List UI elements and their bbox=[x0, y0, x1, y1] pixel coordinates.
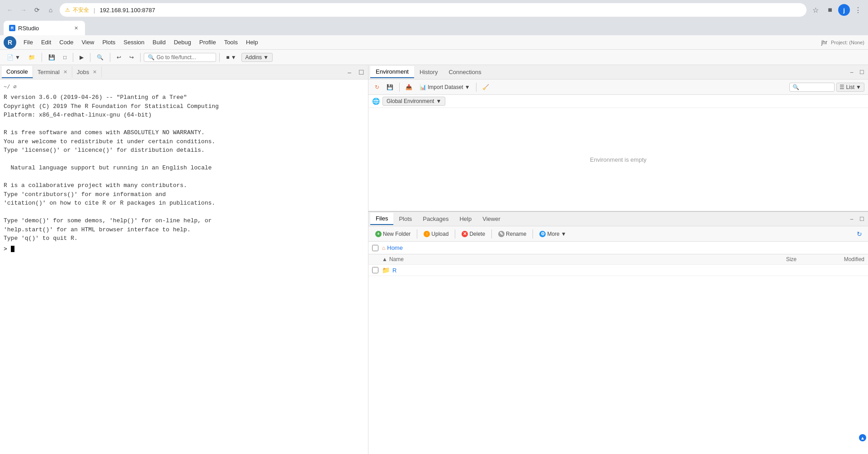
plots-tab[interactable]: Plots bbox=[393, 213, 417, 225]
menu-debug[interactable]: Debug bbox=[170, 37, 194, 47]
delete-icon: ✕ bbox=[462, 231, 468, 237]
env-refresh-btn[interactable]: ↻ bbox=[372, 83, 382, 91]
files-tab[interactable]: Files bbox=[370, 213, 393, 225]
browser-toolbar: ← → ⟳ ⌂ ⚠ 不安全 | 192.168.91.100:8787 ☆ ■ … bbox=[0, 0, 868, 20]
env-maximize-btn[interactable]: ☐ bbox=[857, 68, 866, 77]
files-sep-4 bbox=[533, 229, 533, 239]
env-save-btn[interactable]: 💾 bbox=[384, 83, 396, 91]
toolbar-sep-5 bbox=[140, 53, 141, 62]
console-area[interactable]: ~/ ∅ R version 3.6.0 (2019-04-26) -- "Pl… bbox=[0, 80, 368, 454]
rename-btn[interactable]: ✎ Rename bbox=[495, 229, 529, 239]
files-refresh-btn[interactable]: ↻ bbox=[854, 229, 864, 239]
menu-tools[interactable]: Tools bbox=[221, 37, 241, 47]
menu-edit[interactable]: Edit bbox=[38, 37, 55, 47]
tab-title: RStudio bbox=[18, 25, 70, 32]
menu-file[interactable]: File bbox=[20, 37, 37, 47]
global-env-dropdown[interactable]: Global Environment ▼ bbox=[382, 97, 445, 106]
files-header-name[interactable]: ▲ Name bbox=[382, 256, 751, 262]
viewer-tab[interactable]: Viewer bbox=[477, 213, 506, 225]
files-header-size[interactable]: Size bbox=[751, 256, 797, 262]
left-panel-actions: – ☐ bbox=[344, 67, 366, 77]
scroll-indicator[interactable]: ▲ bbox=[859, 434, 866, 441]
list-view-btn[interactable]: ☰ List ▼ bbox=[836, 83, 864, 92]
left-panel-tabs: Console Terminal ✕ Jobs ✕ – ☐ bbox=[0, 65, 368, 80]
environment-tab[interactable]: Environment bbox=[370, 66, 414, 78]
shield-button[interactable]: ■ bbox=[824, 4, 836, 16]
left-panel: Console Terminal ✕ Jobs ✕ – ☐ ~/ ∅ R ver… bbox=[0, 65, 368, 454]
console-tab[interactable]: Console bbox=[2, 66, 33, 78]
save-btn[interactable]: 💾 bbox=[45, 53, 58, 62]
addins-btn[interactable]: Addins ▼ bbox=[241, 53, 273, 62]
console-maximize-btn[interactable]: ☐ bbox=[356, 67, 366, 77]
browser-tab[interactable]: R RStudio ✕ bbox=[4, 21, 85, 35]
files-header-modified[interactable]: Modified bbox=[797, 256, 864, 262]
jobs-tab[interactable]: Jobs ✕ bbox=[72, 66, 102, 78]
source-btn[interactable]: ▶ bbox=[76, 53, 87, 62]
menu-plots[interactable]: Plots bbox=[99, 37, 119, 47]
files-maximize-btn[interactable]: ☐ bbox=[857, 215, 866, 224]
username-label: jhr bbox=[821, 39, 827, 46]
env-sep bbox=[399, 83, 400, 92]
env-search-input[interactable] bbox=[789, 83, 835, 92]
main-content: Console Terminal ✕ Jobs ✕ – ☐ ~/ ∅ R ver… bbox=[0, 65, 868, 454]
breadcrumb-checkbox[interactable] bbox=[372, 245, 378, 251]
menu-profile[interactable]: Profile bbox=[196, 37, 220, 47]
menu-help[interactable]: Help bbox=[242, 37, 262, 47]
console-cursor bbox=[11, 246, 14, 252]
env-toolbar: ↻ 💾 📥 📊 Import Dataset ▼ 🧹 bbox=[368, 80, 868, 95]
star-button[interactable]: ☆ bbox=[809, 4, 822, 16]
profile-avatar[interactable]: j bbox=[838, 4, 850, 16]
toolbar-sep-6 bbox=[219, 53, 220, 62]
undo-btn[interactable]: ↩ bbox=[113, 53, 124, 62]
folder-icon: 📁 bbox=[382, 267, 390, 274]
import-dataset-label: Import Dataset bbox=[428, 84, 463, 90]
env-load-btn[interactable]: 📥 bbox=[403, 83, 415, 91]
tab-close-button[interactable]: ✕ bbox=[72, 24, 80, 32]
console-input-line[interactable]: > bbox=[4, 245, 364, 254]
save-all-btn[interactable]: □ bbox=[60, 53, 70, 62]
more-btn[interactable]: ⚙ More ▼ bbox=[536, 229, 569, 239]
file-checkbox-0[interactable] bbox=[372, 267, 378, 273]
packages-tab[interactable]: Packages bbox=[417, 213, 454, 225]
help-tab[interactable]: Help bbox=[454, 213, 477, 225]
history-tab[interactable]: History bbox=[414, 66, 443, 78]
forward-button[interactable]: → bbox=[17, 4, 30, 16]
browser-actions: ☆ ■ j ⋮ bbox=[809, 4, 864, 16]
console-prompt: > bbox=[4, 245, 7, 254]
files-sep-3 bbox=[491, 229, 492, 239]
menu-view[interactable]: View bbox=[78, 37, 98, 47]
menu-button[interactable]: ⋮ bbox=[852, 4, 864, 16]
go-to-file-btn[interactable]: 🔍 Go to file/funct... bbox=[144, 53, 216, 62]
upload-icon: ↑ bbox=[424, 231, 430, 237]
files-minimize-btn[interactable]: – bbox=[847, 215, 856, 224]
open-file-btn[interactable]: 📁 bbox=[25, 53, 38, 62]
upload-label: Upload bbox=[431, 231, 448, 237]
upload-btn[interactable]: ↑ Upload bbox=[420, 229, 452, 239]
address-bar[interactable]: ⚠ 不安全 | 192.168.91.100:8787 bbox=[60, 3, 807, 17]
redo-btn[interactable]: ↪ bbox=[126, 53, 137, 62]
delete-btn[interactable]: ✕ Delete bbox=[458, 229, 488, 239]
reload-button[interactable]: ⟳ bbox=[31, 4, 43, 16]
workspace-layout-btn[interactable]: ■ ▼ bbox=[223, 53, 239, 62]
terminal-tab-close[interactable]: ✕ bbox=[63, 69, 67, 75]
console-minimize-btn[interactable]: – bbox=[344, 67, 354, 77]
connections-tab[interactable]: Connections bbox=[443, 66, 486, 78]
terminal-tab[interactable]: Terminal ✕ bbox=[33, 66, 72, 78]
go-to-file-icon: 🔍 bbox=[148, 54, 155, 61]
home-button[interactable]: ⌂ bbox=[44, 4, 57, 16]
file-name-0[interactable]: R bbox=[392, 267, 751, 274]
menu-session[interactable]: Session bbox=[120, 37, 148, 47]
jobs-tab-close[interactable]: ✕ bbox=[93, 69, 97, 75]
menu-code[interactable]: Code bbox=[56, 37, 77, 47]
new-folder-btn[interactable]: + New Folder bbox=[372, 229, 414, 239]
back-button[interactable]: ← bbox=[4, 4, 16, 16]
env-clear-btn[interactable]: 🧹 bbox=[480, 83, 492, 91]
env-right-actions: ☰ List ▼ bbox=[789, 83, 864, 92]
menu-build[interactable]: Build bbox=[149, 37, 170, 47]
import-dataset-btn[interactable]: 📊 Import Dataset ▼ bbox=[417, 83, 473, 91]
env-minimize-btn[interactable]: – bbox=[847, 68, 856, 77]
find-btn[interactable]: 🔍 bbox=[94, 53, 107, 62]
home-breadcrumb[interactable]: Home bbox=[387, 244, 403, 251]
files-panel: Files Plots Packages Help Viewer – ☐ + N… bbox=[368, 212, 868, 454]
new-file-btn[interactable]: 📄 ▼ bbox=[4, 53, 24, 62]
